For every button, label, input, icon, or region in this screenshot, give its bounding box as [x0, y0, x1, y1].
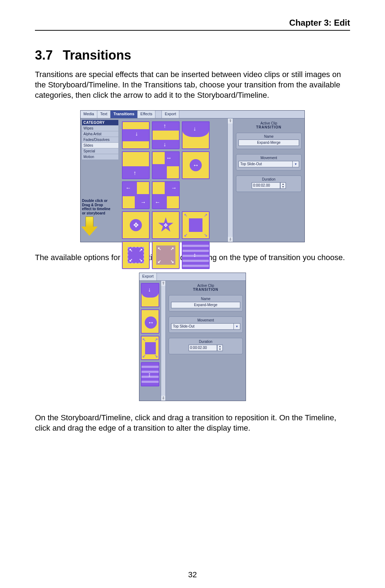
transition-thumb[interactable]: ↖↗ ↙↘: [122, 241, 150, 269]
tab-row-2: Export: [139, 273, 246, 281]
name-label-2: Name: [171, 297, 240, 301]
transition-thumb[interactable]: ↕: [182, 241, 210, 269]
tab-fill: [179, 111, 304, 118]
drag-drop-hint: Double click or Drag & Drop effect to ti…: [82, 199, 118, 215]
transition-thumb[interactable]: ↑: [122, 151, 150, 179]
tab-export-2[interactable]: Export: [139, 273, 157, 280]
name-group: Name Expand-Merge: [236, 133, 302, 149]
transition-thumb[interactable]: ↖↗ ↙↘: [141, 336, 159, 360]
thumb-strip: ↓ ↔ ↖↗ ↙↘ ↕: [139, 281, 161, 401]
section-title: 3.7Transitions: [35, 48, 350, 63]
active-clip-label-2: Active Clip: [169, 284, 243, 288]
scroll-up-icon[interactable]: ⇧: [228, 118, 233, 123]
movement-select[interactable]: Top Slide-Out ▾: [238, 161, 299, 167]
scroll-down-icon[interactable]: ⇩: [228, 237, 233, 242]
duration-group: Duration 0:00:02.00 ▴▾: [236, 176, 302, 192]
transition-grid: ↓ ↑ ↓ ↓ ↑ ↔ ↔: [120, 118, 227, 242]
transition-label-2: TRANSITION: [169, 288, 243, 292]
transition-thumb[interactable]: ← →: [122, 181, 150, 209]
spinner-buttons-2[interactable]: ▴▾: [217, 345, 223, 351]
section-name: Transitions: [63, 48, 131, 62]
duration-value-2[interactable]: 0:00:02.00: [189, 345, 217, 351]
category-motion[interactable]: Motion: [82, 154, 118, 159]
transition-thumb[interactable]: ↖↗ ↙↘: [182, 211, 210, 239]
category-header: CATEGORY: [82, 120, 118, 125]
transition-thumb[interactable]: ↓: [122, 121, 150, 149]
movement-label-2: Movement: [171, 318, 240, 322]
chapter-header: Chapter 3: Edit: [35, 18, 350, 31]
screenshot-transitions-panel: Media Text Transitions Effects Export CA…: [80, 110, 305, 242]
category-alpha-artist[interactable]: Alpha Artist: [82, 131, 118, 137]
category-column: CATEGORY Wipes Alpha Artist Fades/Dissol…: [81, 118, 120, 242]
strip-scrollbar[interactable]: ⇧ ⇩: [161, 281, 166, 401]
duration-group-2: Duration 0:00:02.00 ▴▾: [169, 338, 243, 354]
duration-label: Duration: [238, 177, 299, 181]
transition-label: TRANSITION: [236, 125, 302, 129]
chevron-down-icon[interactable]: ▾: [292, 161, 299, 167]
name-label: Name: [238, 135, 299, 138]
tab-media[interactable]: Media: [81, 111, 97, 118]
paragraph-3: On the Storyboard/Timeline, click and dr…: [35, 412, 350, 433]
movement-group-2: Movement Top Slide-Out ▾: [169, 316, 243, 333]
screenshot-settings-detail: Export ↓ ↔ ↖↗ ↙↘ ↕ ⇧ ⇩ Active Cl: [139, 273, 246, 401]
movement-group: Movement Top Slide-Out ▾: [236, 154, 302, 171]
chevron-down-icon[interactable]: ▾: [233, 324, 240, 329]
transition-thumb[interactable]: ✥: [152, 211, 180, 239]
scroll-down-icon[interactable]: ⇩: [161, 396, 165, 401]
scroll-up-icon[interactable]: ⇧: [161, 281, 165, 286]
duration-spinner[interactable]: 0:00:02.00 ▴▾: [238, 182, 299, 189]
movement-label: Movement: [238, 156, 299, 160]
transition-thumb[interactable]: ↔: [152, 151, 180, 179]
page-number: 32: [0, 570, 385, 579]
paragraph-1: Transitions are special effects that can…: [35, 69, 350, 100]
movement-value-2: Top Slide-Out: [171, 324, 233, 329]
transition-thumb[interactable]: ✥: [122, 211, 150, 239]
tab-row: Media Text Transitions Effects Export: [81, 111, 304, 118]
movement-value: Top Slide-Out: [239, 161, 292, 167]
grid-scrollbar[interactable]: ⇧ ⇩: [227, 118, 233, 242]
tab-effects[interactable]: Effects: [138, 111, 155, 118]
name-group-2: Name Expand-Merge: [169, 295, 243, 311]
category-slides[interactable]: Slides: [82, 142, 118, 148]
big-arrow-icon: [82, 217, 97, 237]
duration-label-2: Duration: [171, 340, 240, 344]
category-wipes[interactable]: Wipes: [82, 125, 118, 131]
movement-select-2[interactable]: Top Slide-Out ▾: [171, 323, 240, 330]
transition-thumb[interactable]: ↔: [182, 151, 210, 179]
section-number: 3.7: [35, 48, 53, 63]
name-field[interactable]: Expand-Merge: [238, 140, 299, 146]
duration-value[interactable]: 0:00:02.00: [252, 182, 280, 189]
active-clip-label: Active Clip: [236, 121, 302, 125]
tab-text[interactable]: Text: [97, 111, 111, 118]
transition-thumb[interactable]: ↕: [141, 362, 159, 386]
settings-panel: Active Clip TRANSITION Name Expand-Merge…: [233, 118, 304, 242]
duration-spinner-2[interactable]: 0:00:02.00 ▴▾: [171, 345, 240, 351]
category-special[interactable]: Special: [82, 148, 118, 154]
transition-thumb[interactable]: ↓: [141, 283, 159, 307]
transition-thumb[interactable]: ↔: [141, 309, 159, 334]
transition-thumb[interactable]: ↓: [182, 121, 210, 149]
category-fades-dissolves[interactable]: Fades/Dissolves: [82, 137, 118, 142]
tab-gap: [155, 111, 162, 118]
tab-export[interactable]: Export: [162, 111, 179, 118]
spinner-buttons[interactable]: ▴▾: [280, 182, 286, 189]
transition-thumb[interactable]: ↖↗ ↙↘: [152, 241, 180, 269]
transition-thumb[interactable]: → ←: [152, 181, 180, 209]
settings-panel-2: Active Clip TRANSITION Name Expand-Merge…: [166, 281, 246, 401]
name-field-2[interactable]: Expand-Merge: [171, 302, 240, 308]
transition-thumb[interactable]: ↑ ↓: [152, 121, 180, 149]
tab-transitions[interactable]: Transitions: [111, 111, 138, 118]
